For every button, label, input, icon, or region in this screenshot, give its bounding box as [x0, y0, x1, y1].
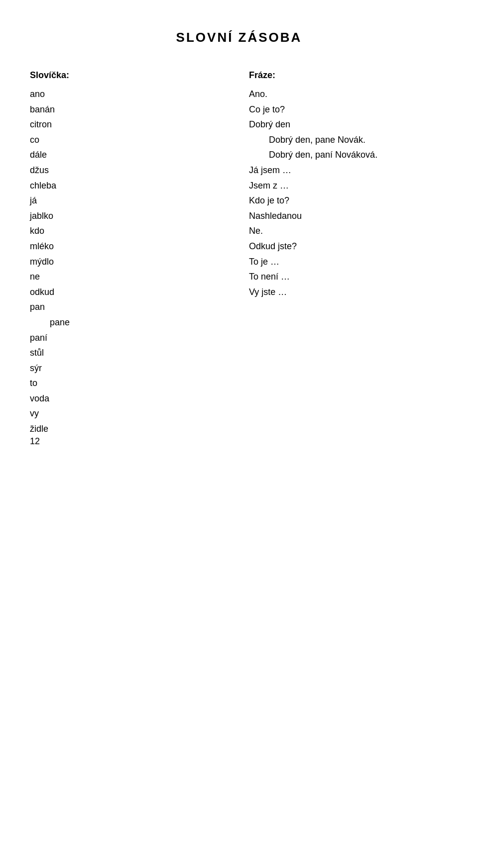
word-item: mýdlo: [30, 254, 229, 270]
phrase-item: Vy jste …: [249, 285, 448, 300]
word-list: anobanáncitroncodáledžuschlebajájablkokd…: [30, 87, 229, 437]
word-item: sýr: [30, 361, 229, 376]
word-item: pane: [30, 315, 229, 330]
word-item: co: [30, 132, 229, 148]
word-item: já: [30, 193, 229, 208]
phrase-item: Odkud jste?: [249, 239, 448, 254]
phrase-item: Nashledanou: [249, 208, 448, 224]
phrase-item: Ano.: [249, 87, 448, 102]
word-item: židle: [30, 421, 229, 437]
word-item: ano: [30, 87, 229, 102]
word-item: paní: [30, 330, 229, 346]
slovicka-header: Slovíčka:: [30, 70, 229, 81]
phrase-item: Ne.: [249, 223, 448, 239]
word-item: citron: [30, 117, 229, 132]
phrase-item: Dobrý den, pane Novák.: [249, 132, 448, 148]
right-column: Fráze: Ano.Co je to?Dobrý denDobrý den, …: [239, 70, 448, 299]
phrase-item: Dobrý den, paní Nováková.: [249, 147, 448, 163]
fraze-header: Fráze:: [249, 70, 448, 81]
page-number: 12: [30, 436, 40, 447]
word-item: banán: [30, 102, 229, 117]
word-item: dále: [30, 147, 229, 163]
content-columns: Slovíčka: anobanáncitroncodáledžuschleba…: [30, 70, 448, 437]
page-container: SLOVNÍ ZÁSOBA Slovíčka: anobanáncitronco…: [0, 0, 478, 467]
word-item: odkud: [30, 285, 229, 300]
word-item: to: [30, 376, 229, 391]
word-item: chleba: [30, 178, 229, 193]
phrase-list: Ano.Co je to?Dobrý denDobrý den, pane No…: [249, 87, 448, 299]
page-title: SLOVNÍ ZÁSOBA: [30, 30, 448, 45]
word-item: voda: [30, 391, 229, 406]
phrase-item: Dobrý den: [249, 117, 448, 132]
word-item: mléko: [30, 239, 229, 254]
phrase-item: Co je to?: [249, 102, 448, 117]
phrase-item: To je …: [249, 254, 448, 270]
word-item: ne: [30, 269, 229, 285]
word-item: kdo: [30, 223, 229, 239]
word-item: stůl: [30, 345, 229, 361]
word-item: vy: [30, 406, 229, 421]
phrase-item: Jsem z …: [249, 178, 448, 193]
word-item: džus: [30, 163, 229, 178]
word-item: pan: [30, 299, 229, 315]
phrase-item: Já jsem …: [249, 163, 448, 178]
left-column: Slovíčka: anobanáncitroncodáledžuschleba…: [30, 70, 239, 437]
word-item: jablko: [30, 208, 229, 224]
phrase-item: To není …: [249, 269, 448, 285]
phrase-item: Kdo je to?: [249, 193, 448, 208]
